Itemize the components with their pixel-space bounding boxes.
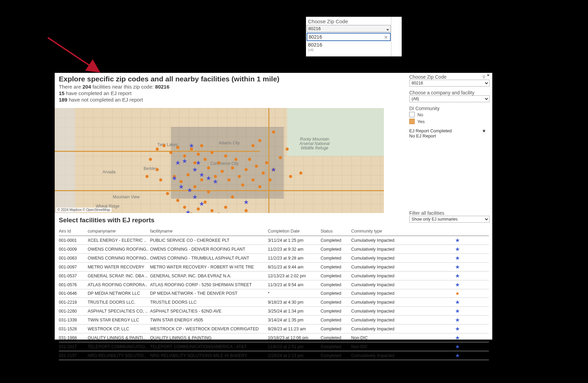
map-dot-icon[interactable] [149, 158, 152, 161]
map-star-icon[interactable]: ★ [185, 211, 191, 213]
col-facility[interactable]: facilityname [150, 227, 268, 236]
map-dot-icon[interactable] [258, 139, 262, 142]
map-dot-icon[interactable] [183, 155, 186, 158]
zip-select-collapsed[interactable]: 80216 [307, 25, 391, 32]
map-star-icon[interactable]: ★ [175, 161, 181, 164]
map-dot-icon[interactable] [207, 167, 210, 170]
map-dot-icon[interactable] [241, 184, 244, 187]
map-dot-icon[interactable] [217, 213, 220, 213]
map-dot-icon[interactable] [262, 172, 265, 175]
map-dot-icon[interactable] [224, 206, 227, 209]
map-dot-icon[interactable] [245, 168, 248, 171]
map-star-icon[interactable]: ★ [189, 144, 194, 147]
map-dot-icon[interactable] [286, 148, 289, 151]
map-dot-icon[interactable] [146, 175, 149, 178]
table-row[interactable]: 001-2219TRUSTILE DOORS LLC.TRUSTILE DOOR… [59, 298, 489, 307]
map-dot-icon[interactable] [156, 168, 159, 171]
map-dot-icon[interactable] [176, 146, 179, 149]
facility-map[interactable]: Twin Lakes Adams City Commerce City Berk… [55, 108, 384, 213]
map-dot-icon[interactable] [252, 179, 255, 182]
di-legend-no[interactable]: No [409, 111, 490, 118]
map-dot-icon[interactable] [258, 185, 262, 188]
map-dot-icon[interactable] [245, 209, 248, 212]
map-dot-icon[interactable] [159, 179, 162, 182]
table-row[interactable]: 031-2017TELEPORT COMMUNICATIO..TELEPORT … [59, 342, 489, 351]
map-star-icon[interactable]: ★ [199, 202, 204, 206]
map-star-icon[interactable]: ★ [271, 168, 276, 171]
map-dot-icon[interactable] [211, 151, 214, 154]
map-star-icon[interactable]: ★ [196, 161, 201, 164]
map-dot-icon[interactable] [211, 209, 214, 212]
map-dot-icon[interactable] [279, 156, 282, 159]
map-dot-icon[interactable] [228, 179, 231, 182]
table-row[interactable]: 001-2260ASPHALT SPECIALTIES CO, ..ASPHAL… [59, 307, 489, 316]
map-dot-icon[interactable] [200, 179, 203, 182]
zip-filter-select[interactable]: 80216 [409, 80, 490, 87]
table-row[interactable]: 001-0537GENERAL SCRAP, INC. DBA ..GENERA… [59, 272, 489, 280]
map-dot-icon[interactable] [197, 153, 200, 156]
map-dot-icon[interactable] [166, 192, 169, 195]
map-dot-icon[interactable] [163, 144, 166, 147]
map-dot-icon[interactable] [183, 206, 186, 209]
di-legend-yes[interactable]: Yes [409, 118, 490, 125]
map-star-icon[interactable]: ★ [178, 185, 184, 188]
map-dot-icon[interactable] [224, 155, 227, 158]
map-dot-icon[interactable] [187, 173, 190, 176]
map-dot-icon[interactable] [156, 148, 159, 151]
zip-option[interactable]: 80216 [306, 41, 391, 48]
table-row[interactable]: 001-0009OWENS CORNING ROOFING..OWENS COR… [59, 245, 489, 254]
map-dot-icon[interactable] [255, 165, 258, 168]
map-dot-icon[interactable] [200, 144, 203, 147]
map-star-icon[interactable]: ★ [172, 176, 177, 180]
map-star-icon[interactable]: ★ [213, 180, 218, 183]
company-filter-select[interactable]: (All) [409, 95, 490, 102]
map-dot-icon[interactable] [170, 151, 173, 154]
map-dot-icon[interactable] [217, 161, 220, 164]
map-dot-icon[interactable] [207, 190, 210, 194]
map-dot-icon[interactable] [197, 208, 200, 211]
col-date[interactable]: Completion Date [268, 227, 320, 236]
map-star-icon[interactable]: ★ [243, 200, 249, 204]
map-dot-icon[interactable] [289, 175, 292, 178]
map-dot-icon[interactable] [238, 175, 241, 178]
table-row[interactable]: 001-0001XCEL ENERGY - ELECTRIC ..PUBLIC … [59, 236, 489, 245]
map-star-icon[interactable]: ★ [206, 176, 211, 180]
map-dot-icon[interactable] [180, 180, 183, 183]
zip-search-input[interactable]: 80216 ✕ [307, 33, 391, 41]
star-icon: ★ [427, 272, 489, 280]
table-row[interactable]: 001-0097METRO WATER RECOVERYMETRO WATER … [59, 263, 489, 272]
col-company[interactable]: companyname [88, 227, 150, 236]
table-row[interactable]: 031-1968QUALITY LININGS & PAINTI..QUALIT… [59, 333, 489, 342]
col-status[interactable]: Status [321, 227, 351, 236]
col-ctype[interactable]: Community type [351, 227, 427, 236]
map-dot-icon[interactable] [176, 199, 179, 202]
map-dot-icon[interactable] [204, 158, 207, 161]
filter-all-select[interactable]: Show only EJ summaries [409, 216, 490, 223]
map-dot-icon[interactable] [269, 179, 272, 182]
map-dot-icon[interactable] [235, 158, 238, 161]
map-star-icon[interactable]: ★ [192, 168, 198, 171]
map-star-icon[interactable]: ★ [182, 159, 187, 163]
table-row[interactable]: 001-0063OWENS CORNING ROOFING..OWENS COR… [59, 254, 489, 263]
col-airs[interactable]: Airs Id [59, 227, 88, 236]
map-star-icon[interactable]: ★ [192, 195, 198, 199]
map-dot-icon[interactable] [272, 131, 275, 134]
map-dot-icon[interactable] [265, 161, 268, 164]
map-star-icon[interactable]: ★ [187, 188, 192, 192]
map-dot-icon[interactable] [231, 196, 234, 199]
table-row[interactable]: 031-1528WESTROCK CP, LLCWESTROCK CP - WE… [59, 325, 489, 333]
map-dot-icon[interactable] [248, 158, 251, 161]
table-row[interactable]: 031-1339TWIN STAR ENERGY LLCTWIN STAR EN… [59, 316, 489, 325]
table-row[interactable]: 001-0646DP MEDIA NETWORK LLCDP MEDIA NET… [59, 289, 489, 298]
map-dot-icon[interactable] [231, 167, 234, 170]
map-dot-icon[interactable] [193, 185, 197, 188]
table-row[interactable]: 031-2157NRG RELIABILITY SOLUTIO..NRG REL… [59, 351, 489, 360]
map-dot-icon[interactable] [252, 144, 255, 147]
map-dot-icon[interactable] [299, 172, 303, 175]
map-star-icon[interactable]: ★ [199, 173, 204, 176]
clear-icon[interactable]: ✕ [384, 35, 388, 40]
map-dot-icon[interactable] [221, 170, 224, 173]
map-dot-icon[interactable] [214, 175, 217, 178]
table-row[interactable]: 001-0576ATLAS ROOFING CORPORA..ATLAS ROO… [59, 280, 489, 289]
filter-controls-icon[interactable]: ⚲ [482, 75, 490, 79]
